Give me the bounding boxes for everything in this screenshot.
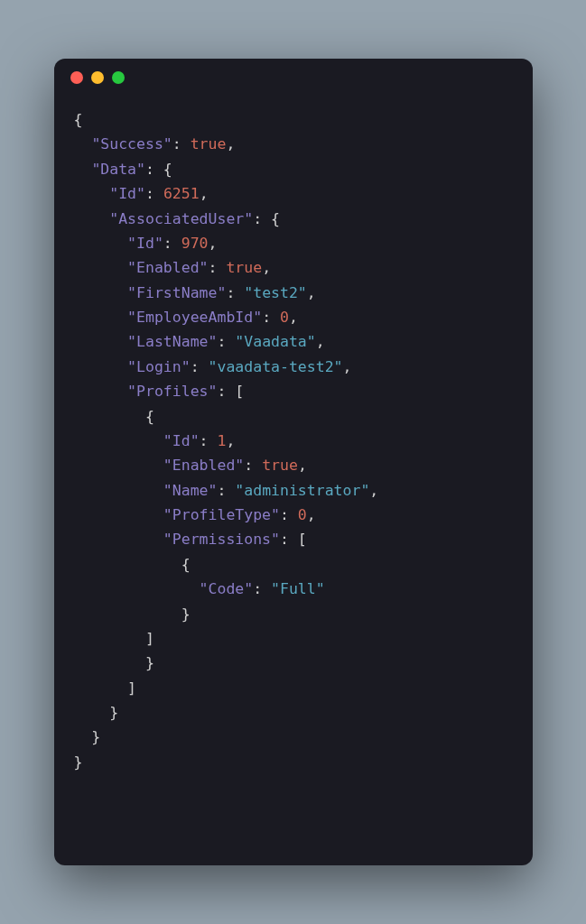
code-token xyxy=(74,309,128,326)
code-token: "vaadata-test2" xyxy=(209,358,343,375)
code-token: 0 xyxy=(298,506,307,523)
code-token: : xyxy=(163,235,181,252)
code-token: { xyxy=(74,556,191,573)
code-token: , xyxy=(343,358,352,375)
code-token: true xyxy=(191,135,227,152)
code-token: } xyxy=(74,704,119,721)
code-token xyxy=(74,482,163,499)
code-token: , xyxy=(298,457,307,474)
code-token: : xyxy=(217,333,235,350)
code-token: "EmployeeAmbId" xyxy=(127,309,262,326)
code-token: "FirstName" xyxy=(127,284,226,301)
code-token: 970 xyxy=(181,235,209,252)
code-token: } xyxy=(74,605,191,623)
code-token: "ProfileType" xyxy=(163,506,280,523)
code-token: : xyxy=(217,482,235,499)
code-token: , xyxy=(369,482,378,499)
code-token: } xyxy=(74,728,101,745)
code-token: 1 xyxy=(217,432,226,449)
code-token: "Profiles" xyxy=(127,383,217,400)
code-token xyxy=(74,383,128,400)
code-token: "Login" xyxy=(127,358,191,375)
code-token xyxy=(74,358,128,375)
minimize-dot-icon[interactable] xyxy=(91,71,104,84)
code-token xyxy=(74,235,128,252)
code-token: : xyxy=(244,457,262,474)
code-token: "Name" xyxy=(163,482,218,499)
code-token xyxy=(74,580,200,597)
code-token xyxy=(74,531,163,548)
code-token: "Id" xyxy=(127,235,163,252)
code-token: : xyxy=(209,259,227,276)
code-token: : { xyxy=(253,210,280,227)
code-token: "Enabled" xyxy=(163,457,244,474)
close-dot-icon[interactable] xyxy=(70,71,83,84)
code-token: ] xyxy=(74,679,137,697)
code-token: } xyxy=(74,753,83,771)
code-window: { "Success": true, "Data": { "Id": 6251,… xyxy=(54,59,533,865)
code-token: : xyxy=(226,284,244,301)
code-token: "Vaadata" xyxy=(235,333,315,350)
code-token: { xyxy=(74,408,154,425)
code-token: "AssociatedUser" xyxy=(109,210,253,227)
code-token xyxy=(74,210,110,227)
code-token: 6251 xyxy=(163,185,200,202)
code-token: true xyxy=(262,457,298,474)
code-token: 0 xyxy=(280,309,289,326)
code-token: "Code" xyxy=(200,580,254,597)
zoom-dot-icon[interactable] xyxy=(112,71,125,84)
code-token xyxy=(74,432,163,449)
code-token: "Success" xyxy=(91,135,172,152)
code-token xyxy=(74,457,163,474)
code-token: : { xyxy=(145,161,172,178)
code-token: , xyxy=(307,506,316,523)
json-code-block: { "Success": true, "Data": { "Id": 6251,… xyxy=(54,97,533,794)
code-token: "Data" xyxy=(91,161,145,178)
code-token: "LastName" xyxy=(127,333,217,350)
code-token: "administrator" xyxy=(235,482,369,499)
code-token: "Permissions" xyxy=(163,531,280,548)
code-token: , xyxy=(200,185,209,202)
code-token: , xyxy=(226,432,235,449)
code-token: : xyxy=(145,185,163,202)
code-token: true xyxy=(226,259,262,276)
code-token: , xyxy=(316,333,325,350)
code-token: "Id" xyxy=(163,432,200,449)
code-token: "Id" xyxy=(109,185,145,202)
code-token: ] xyxy=(74,630,154,647)
code-token: , xyxy=(262,259,271,276)
code-token: : [ xyxy=(217,383,244,400)
code-token: : xyxy=(262,309,280,326)
code-token: "Enabled" xyxy=(127,259,208,276)
code-token: , xyxy=(226,135,235,152)
code-token: } xyxy=(74,654,154,671)
code-token: : xyxy=(280,506,298,523)
code-token: { xyxy=(74,111,83,128)
code-token: , xyxy=(209,235,218,252)
code-token: : [ xyxy=(280,531,307,548)
code-token xyxy=(74,506,163,523)
code-token: "test2" xyxy=(244,284,307,301)
code-token: , xyxy=(289,309,298,326)
code-token: : xyxy=(200,432,218,449)
code-token: "Full" xyxy=(271,580,325,597)
code-token: : xyxy=(253,580,271,597)
code-token xyxy=(74,185,110,202)
code-token: : xyxy=(191,358,209,375)
window-titlebar xyxy=(54,59,533,97)
code-token xyxy=(74,161,92,178)
code-token xyxy=(74,284,128,301)
code-token xyxy=(74,333,128,350)
code-token: : xyxy=(172,135,191,152)
code-token xyxy=(74,135,92,152)
code-token: , xyxy=(307,284,316,301)
code-token xyxy=(74,259,128,276)
